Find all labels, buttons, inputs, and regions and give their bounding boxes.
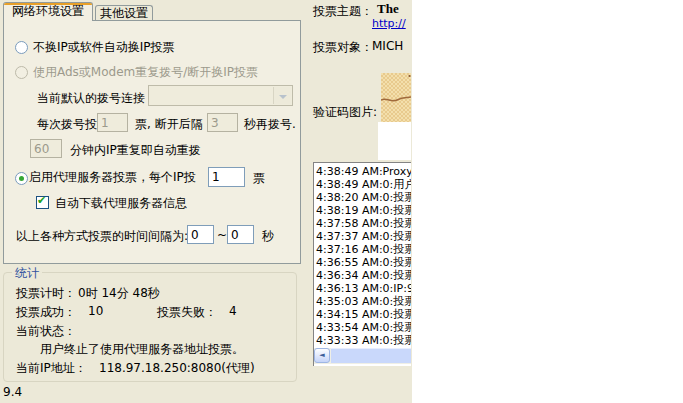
- radio-no-ip-change[interactable]: [15, 41, 28, 54]
- scroll-left-button[interactable]: ◄: [314, 348, 330, 363]
- log-row[interactable]: 4:38:49 AM:0:用户终: [314, 178, 411, 191]
- tab-other-settings[interactable]: 其他设置: [95, 5, 153, 21]
- log-horizontal-scrollbar[interactable]: ◄: [314, 348, 411, 364]
- log-row[interactable]: 4:36:34 AM:0:投票出: [314, 269, 411, 282]
- log-list[interactable]: 4:38:49 AM:ProxyTh4:38:49 AM:0:用户终4:38:2…: [313, 162, 411, 366]
- dial-votes-mid-label: 票, 断开后隔: [135, 116, 203, 133]
- dial-votes-prefix-label: 每次拨号投: [37, 116, 97, 133]
- interval-suffix-label: 秒: [262, 228, 274, 245]
- vote-topic-link[interactable]: http://: [372, 17, 411, 30]
- log-row[interactable]: 4:38:49 AM:ProxyTh: [314, 165, 411, 178]
- current-ip-label: 当前IP地址：: [16, 360, 87, 377]
- captcha-label: 验证码图片:: [313, 104, 377, 121]
- statistics-title: 统计: [12, 265, 42, 282]
- captcha-white-area: [378, 122, 411, 160]
- current-ip-value: 118.97.18.250:8080(代理): [99, 360, 255, 377]
- dialup-connection-select: [148, 85, 293, 106]
- radio-proxy-voting-label: 启用代理服务器投票，每个IP投: [29, 169, 196, 186]
- dial-delay-input: [207, 113, 238, 132]
- version-label: 9.4: [3, 385, 22, 399]
- log-row[interactable]: 4:33:33 AM:0:投票出: [314, 334, 411, 347]
- log-row[interactable]: 4:37:58 AM:0:投票出: [314, 217, 411, 230]
- vote-topic-value: The: [377, 1, 399, 17]
- log-row[interactable]: 4:36:13 AM:0:IP:94.: [314, 282, 411, 295]
- radio-dot-icon: [19, 176, 24, 181]
- tab-other-settings-label: 其他设置: [100, 6, 148, 20]
- log-row[interactable]: 4:34:15 AM:0:投票出: [314, 308, 411, 321]
- interval-label: 以上各种方式投票的时间间隔为:: [16, 228, 188, 245]
- log-row[interactable]: 4:37:16 AM:0:投票出: [314, 243, 411, 256]
- status-value: 用户终止了使用代理服务器地址投票。: [40, 341, 244, 358]
- timer-label: 投票计时：: [16, 285, 76, 302]
- redial-minutes-input: [30, 139, 62, 158]
- dialup-connection-label: 当前默认的拨号连接：: [37, 90, 157, 107]
- interval-to-input[interactable]: [227, 225, 254, 244]
- radio-proxy-voting[interactable]: [15, 172, 28, 185]
- radio-modem-redial: [15, 66, 28, 79]
- log-row[interactable]: 4:38:19 AM:0:投票出: [314, 204, 411, 217]
- vote-target-label: 投票对象：: [313, 39, 373, 56]
- interval-from-input[interactable]: [187, 225, 214, 244]
- combo-dropdown-button: [273, 87, 291, 104]
- timer-value: 0时 14分 48秒: [78, 285, 160, 302]
- auto-download-label: 自动下载代理服务器信息: [55, 195, 187, 212]
- interval-tilde-label: ~: [217, 228, 227, 242]
- statistics-groupbox: 统计 投票计时： 0时 14分 48秒 投票成功： 10 投票失败： 4 当前状…: [3, 272, 297, 382]
- scroll-thumb[interactable]: [331, 348, 411, 363]
- fail-label: 投票失败：: [157, 304, 217, 321]
- proxy-votes-input[interactable]: [208, 167, 245, 187]
- vote-tool-window: 网络环境设置 其他设置 不换IP或软件自动换IP投票 使用Ads或Modem重复…: [0, 0, 412, 403]
- captcha-image: [381, 73, 411, 122]
- log-row[interactable]: 4:37:37 AM:0:投票出: [314, 230, 411, 243]
- dial-votes-suffix-label: 秒再拨号.: [244, 116, 296, 133]
- success-value: 10: [88, 304, 103, 318]
- redial-label: 分钟内IP重复即自动重拨: [70, 142, 201, 159]
- chevron-down-icon: [279, 95, 287, 99]
- status-label: 当前状态：: [16, 323, 76, 340]
- tab-network-settings-label: 网络环境设置: [12, 4, 84, 18]
- scroll-left-arrow-icon: ◄: [319, 351, 324, 359]
- network-settings-panel: 不换IP或软件自动换IP投票 使用Ads或Modem重复拨号/断开换IP投票 当…: [3, 20, 301, 264]
- dial-votes-input: [97, 113, 128, 132]
- check-icon: ✔: [37, 194, 46, 207]
- radio-modem-redial-label: 使用Ads或Modem重复拨号/断开换IP投票: [33, 64, 258, 81]
- success-label: 投票成功：: [16, 304, 76, 321]
- log-row[interactable]: 4:38:20 AM:0:投票出: [314, 191, 411, 204]
- auto-download-checkbox[interactable]: ✔: [36, 196, 49, 209]
- vote-topic-label: 投票主题：: [313, 3, 373, 20]
- log-row[interactable]: 4:33:54 AM:0:投票出: [314, 321, 411, 334]
- log-row[interactable]: 4:35:03 AM:0:投票出: [314, 295, 411, 308]
- proxy-votes-suffix-label: 票: [253, 170, 265, 187]
- fail-value: 4: [229, 304, 237, 318]
- vote-target-value: MICH: [372, 39, 410, 53]
- log-row[interactable]: 4:36:55 AM:0:投票出: [314, 256, 411, 269]
- tab-network-settings[interactable]: 网络环境设置: [3, 2, 93, 21]
- radio-no-ip-change-label: 不换IP或软件自动换IP投票: [33, 39, 175, 56]
